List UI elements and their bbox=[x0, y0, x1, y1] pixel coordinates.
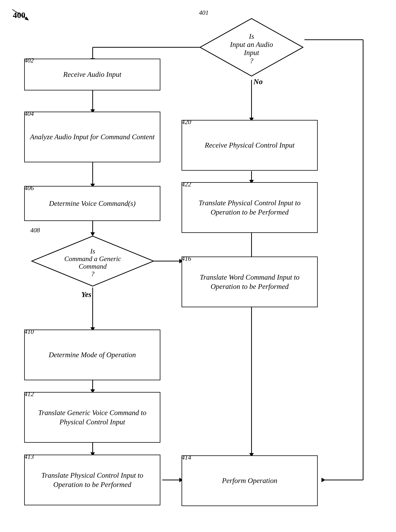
svg-marker-3 bbox=[321, 478, 325, 482]
node-408: Is Command a Generic Command ? 408 bbox=[30, 235, 155, 287]
ref-402: 402 bbox=[24, 57, 34, 64]
ref-406: 406 bbox=[24, 184, 34, 192]
svg-text:?: ? bbox=[250, 57, 253, 65]
node-406: Determine Voice Command(s) bbox=[24, 186, 160, 221]
svg-text:?: ? bbox=[91, 270, 94, 278]
ref-404: 404 bbox=[24, 110, 34, 117]
ref-408: 408 bbox=[30, 227, 40, 234]
node-416: Translate Word Command Input to Operatio… bbox=[181, 257, 318, 307]
node-414: Perform Operation bbox=[181, 455, 318, 506]
flowchart-diagram: 400 bbox=[0, 0, 396, 532]
ref-422: 422 bbox=[181, 181, 191, 188]
ref-420: 420 bbox=[181, 118, 191, 126]
ref-410: 410 bbox=[24, 328, 34, 335]
svg-text:Input: Input bbox=[244, 49, 259, 57]
ref-413: 413 bbox=[24, 453, 34, 460]
svg-text:Command a Generic: Command a Generic bbox=[64, 255, 121, 263]
node-422: Translate Physical Control Input to Oper… bbox=[181, 182, 318, 233]
svg-text:Command: Command bbox=[79, 263, 107, 270]
ref-412: 412 bbox=[24, 391, 34, 398]
node-413: Translate Physical Control Input to Oper… bbox=[24, 455, 160, 505]
node-402: Receive Audio Input bbox=[24, 59, 160, 90]
svg-marker-46 bbox=[25, 17, 29, 20]
node-404: Analyze Audio Input for Command Content bbox=[24, 112, 160, 162]
ref-414: 414 bbox=[181, 454, 191, 461]
node-401: Is Input an Audio Input ? 401 bbox=[198, 17, 304, 78]
node-412: Translate Generic Voice Command to Physi… bbox=[24, 392, 160, 443]
svg-text:Is: Is bbox=[249, 32, 254, 40]
svg-line-45 bbox=[12, 9, 27, 19]
svg-text:No: No bbox=[253, 77, 263, 86]
svg-text:Yes: Yes bbox=[81, 290, 91, 299]
ref-401: 401 bbox=[199, 9, 209, 16]
title-arrow bbox=[10, 8, 33, 23]
node-420: Receive Physical Control Input bbox=[181, 120, 318, 171]
node-410: Determine Mode of Operation bbox=[24, 330, 160, 380]
ref-416: 416 bbox=[181, 255, 191, 262]
svg-text:Input an Audio: Input an Audio bbox=[230, 41, 273, 48]
svg-text:Is: Is bbox=[90, 247, 95, 255]
